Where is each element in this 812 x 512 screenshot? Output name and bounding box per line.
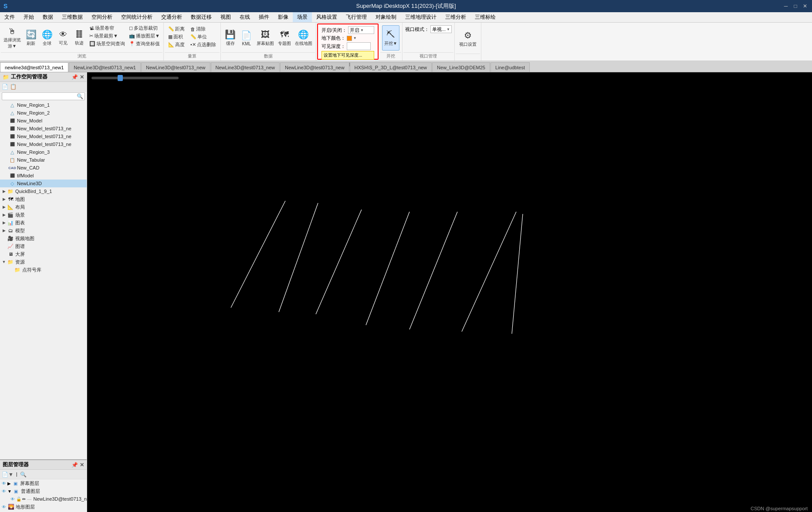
expand-scene[interactable]: ▶ bbox=[2, 213, 6, 217]
menu-style[interactable]: 风格设置 bbox=[312, 12, 342, 22]
tree-item-model-test-2[interactable]: ⬛ New_Model_test0713_ne bbox=[0, 132, 87, 140]
set-depth-btn[interactable]: 设置地下可见深度... bbox=[321, 51, 374, 60]
menu-image[interactable]: 影像 bbox=[274, 12, 293, 22]
tree-item-tif-model[interactable]: ⬛ tifModel bbox=[0, 172, 87, 180]
tree-item-new-region-1[interactable]: △ New_Region_1 bbox=[0, 101, 87, 109]
workspace-toolbar-btn2[interactable]: 📋 bbox=[10, 84, 17, 90]
layer-expand-screen[interactable]: ▶ bbox=[7, 481, 11, 486]
btn-scene-clip[interactable]: ✂ 场景裁剪▼ bbox=[88, 32, 127, 40]
layer-locked-newline[interactable]: 🔓 bbox=[16, 497, 21, 502]
layer-item-ground[interactable]: 👁 🌄 地形图层 bbox=[0, 503, 87, 511]
btn-thematic[interactable]: 🗺 专题图 bbox=[276, 24, 293, 51]
layer-expand-normal[interactable]: ▼ bbox=[7, 489, 12, 494]
btn-scene-scroll[interactable]: 📽 场景卷帘 bbox=[88, 24, 127, 32]
menu-3d-plot[interactable]: 三维标绘 bbox=[470, 12, 500, 22]
workspace-pin-btn[interactable]: 📌 bbox=[71, 74, 78, 80]
btn-scene-query[interactable]: 🔲 场景空间查询 bbox=[88, 40, 127, 47]
depth-input[interactable]: 1,000 bbox=[348, 44, 368, 49]
minimize-button[interactable]: ─ bbox=[782, 3, 789, 10]
tree-item-model-test-3[interactable]: ⬛ New_Model_test0713_ne bbox=[0, 140, 87, 148]
tree-item-scene[interactable]: ▶ 🎬 场景 bbox=[0, 211, 87, 219]
layer-item-newline3d[interactable]: 👁 🔓 ✏ — NewLine3D@test0713_n bbox=[0, 495, 87, 503]
btn-unit[interactable]: 📏 单位 bbox=[189, 33, 218, 41]
layer-item-screen[interactable]: 👁 ▶ ▣ 屏幕图层 bbox=[0, 479, 87, 487]
btn-kml[interactable]: 📄 KML bbox=[239, 24, 254, 51]
btn-polygon-clip[interactable]: ◻ 多边形裁切 bbox=[127, 24, 162, 32]
tree-item-model-test-1[interactable]: ⬛ New_Model_test0713_ne bbox=[0, 125, 87, 132]
layer-visible-ground[interactable]: 👁 bbox=[2, 505, 6, 509]
tree-item-graph[interactable]: 📈 图谱 bbox=[0, 242, 87, 250]
layer-edit-newline[interactable]: ✏ bbox=[22, 497, 26, 502]
menu-plugin[interactable]: 插件 bbox=[254, 12, 274, 22]
tree-item-new-model[interactable]: ⬛ New_Model bbox=[0, 117, 87, 125]
layer-visible-newline[interactable]: 👁 bbox=[10, 497, 15, 502]
menu-file[interactable]: 文件 bbox=[0, 12, 19, 22]
expand-model-group[interactable]: ▶ bbox=[2, 228, 6, 233]
workspace-search-input[interactable] bbox=[2, 94, 75, 99]
tree-item-video-map[interactable]: 🎥 视频地图 bbox=[0, 234, 87, 242]
tab-5[interactable]: HXSH\S_P_3D_L@test0713_new bbox=[350, 62, 432, 72]
layer-search-icon[interactable]: 🔍 bbox=[20, 471, 27, 478]
menu-data[interactable]: 数据 bbox=[38, 12, 58, 22]
btn-point-delete[interactable]: •✕ 点选删除 bbox=[189, 41, 218, 48]
menu-traffic[interactable]: 交通分析 bbox=[157, 12, 186, 22]
maximize-button[interactable]: □ bbox=[792, 3, 799, 10]
btn-clear-measure[interactable]: 🗑 清除 bbox=[189, 25, 218, 33]
btn-distance[interactable]: 📏 距离 bbox=[166, 25, 186, 33]
menu-spatial-analysis[interactable]: 空间分析 bbox=[87, 12, 117, 22]
menu-3d-data[interactable]: 三维数据 bbox=[58, 12, 87, 22]
btn-dig[interactable]: ⛏ 开挖▼ bbox=[382, 25, 399, 51]
menu-start[interactable]: 开始 bbox=[19, 12, 38, 22]
menu-online[interactable]: 在线 bbox=[235, 12, 254, 22]
tree-item-bigscreen[interactable]: 🖥 大屏 bbox=[0, 250, 87, 258]
menu-draw[interactable]: 对象绘制 bbox=[371, 12, 401, 22]
depth-combo[interactable]: 1,000 bbox=[347, 42, 371, 50]
btn-area[interactable]: ▦ 面积 bbox=[166, 33, 186, 41]
layer-close-btn[interactable]: ✕ bbox=[80, 462, 84, 468]
view-mode-combo[interactable]: 单视... ▼ bbox=[430, 25, 452, 33]
btn-track[interactable]: 🛤 轨迹 bbox=[71, 24, 87, 51]
btn-navigate[interactable]: 🖱 选择浏览游▼ bbox=[2, 24, 23, 51]
btn-online-map[interactable]: 🌐 在线地图 bbox=[293, 24, 314, 51]
tree-item-new-tabular[interactable]: 📋 New_Tabular bbox=[0, 156, 87, 164]
btn-height[interactable]: 📐 高度 bbox=[166, 41, 186, 48]
btn-cache[interactable]: 💾 缓存 bbox=[223, 24, 238, 51]
underground-color-swatch[interactable] bbox=[347, 36, 352, 41]
workspace-search-icon[interactable]: 🔍 bbox=[75, 93, 85, 99]
layer-item-normal[interactable]: 👁 ▼ ▣ 普通图层 bbox=[0, 487, 87, 495]
layer-visible-normal[interactable]: 👁 bbox=[2, 489, 6, 494]
btn-query-coord[interactable]: 📍 查询坐标值 bbox=[127, 40, 162, 47]
tab-4[interactable]: NewLine3D@test0713_new bbox=[280, 62, 349, 72]
expand-resource[interactable]: ▼ bbox=[2, 260, 6, 264]
expand-chart[interactable]: ▶ bbox=[2, 220, 6, 225]
tab-3[interactable]: NewLine3D@test0713_new bbox=[211, 62, 280, 72]
menu-3d-design[interactable]: 三维地理设计 bbox=[401, 12, 441, 22]
tree-item-resource[interactable]: ▼ 📁 资源 bbox=[0, 258, 87, 266]
tree-item-model-group[interactable]: ▶ 🗂 模型 bbox=[0, 227, 87, 234]
workspace-toolbar-btn1[interactable]: 📄 bbox=[2, 84, 8, 90]
btn-view-settings[interactable]: ⚙ 视口设置 bbox=[457, 25, 478, 52]
tab-7[interactable]: Line@udbtest bbox=[491, 62, 530, 72]
close-button[interactable]: ✕ bbox=[802, 3, 809, 10]
tree-item-new-cad[interactable]: CAD New_CAD bbox=[0, 164, 87, 172]
tree-item-layout[interactable]: ▶ 📐 布局 bbox=[0, 203, 87, 211]
workspace-close-btn[interactable]: ✕ bbox=[80, 74, 84, 80]
menu-spatial-stats[interactable]: 空间统计分析 bbox=[117, 12, 157, 22]
menu-3d-analysis[interactable]: 三维分析 bbox=[441, 12, 470, 22]
btn-refresh[interactable]: 🔄 刷新 bbox=[23, 24, 39, 51]
tree-item-quickbird[interactable]: ▶ 📁 QuickBird_1_9_1 bbox=[0, 187, 87, 195]
btn-play-layer[interactable]: 📺 播放图层▼ bbox=[127, 32, 162, 40]
expand-quickbird[interactable]: ▶ bbox=[2, 189, 6, 193]
btn-screen-paste[interactable]: 🖼 屏幕贴图 bbox=[255, 24, 276, 51]
tab-1[interactable]: NewLine3D@test0713_new1 bbox=[69, 62, 141, 72]
canvas-area[interactable]: CSDN @supermapsupport bbox=[87, 72, 812, 512]
tree-item-symbol-lib[interactable]: 📁 点符号库 bbox=[0, 266, 87, 274]
menu-flight[interactable]: 飞行管理 bbox=[342, 12, 371, 22]
layer-toolbar-new[interactable]: 📄▼ bbox=[2, 471, 14, 478]
tree-item-new-region-3[interactable]: △ New_Region_3 bbox=[0, 148, 87, 156]
tree-item-newline3d[interactable]: ◇ NewLine3D bbox=[0, 180, 87, 187]
menu-data-migration[interactable]: 数据迁移 bbox=[186, 12, 216, 22]
btn-visible[interactable]: 👁 可见 bbox=[55, 24, 71, 51]
layer-visible-screen[interactable]: 👁 bbox=[2, 481, 6, 486]
tree-item-chart[interactable]: ▶ 📊 图表 bbox=[0, 219, 87, 227]
